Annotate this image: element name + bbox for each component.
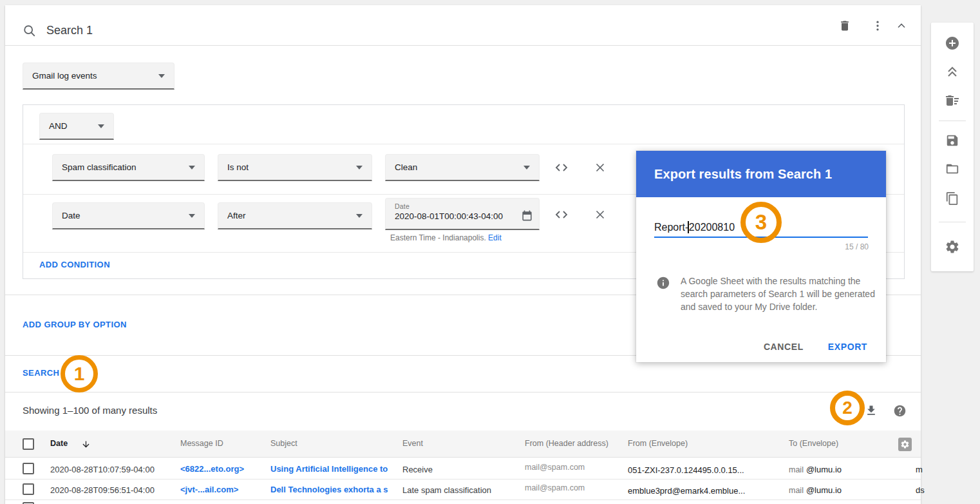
cell-from-envelope: emblue3prd@emark4.emblue... [628, 486, 745, 496]
filename-before-caret: Report- [654, 222, 688, 233]
results-summary: Showing 1–100 of many results [23, 405, 157, 416]
column-header-date[interactable]: Date [50, 439, 68, 448]
code-view-icon[interactable] [554, 160, 569, 175]
add-condition-button[interactable]: ADD CONDITION [39, 260, 110, 269]
column-settings-icon[interactable] [898, 438, 912, 451]
filename-after-caret: 20200810 [689, 222, 735, 233]
cell-subject-link[interactable]: Dell Technologies exhorta a s [270, 485, 388, 494]
column-header-message-id[interactable]: Message ID [180, 439, 223, 448]
annotation-step-2: 2 [830, 391, 865, 425]
cell-from-header: mail@spam.com [525, 463, 585, 472]
annotation-step-1: 1 [61, 355, 98, 393]
add-circle-icon[interactable] [945, 35, 960, 51]
condition1-field-select[interactable]: Spam classification [52, 154, 205, 181]
condition1-value-select[interactable]: Clean [385, 154, 540, 181]
add-group-by-button[interactable]: ADD GROUP BY OPTION [23, 320, 127, 329]
chevron-down-icon [189, 166, 195, 170]
annotation-step-3: 3 [740, 202, 782, 243]
info-icon [655, 275, 671, 291]
search-icon [22, 23, 37, 39]
settings-gear-icon[interactable] [945, 239, 960, 255]
help-icon[interactable] [892, 403, 907, 418]
export-button[interactable]: EXPORT [824, 339, 871, 354]
date-field-label: Date [395, 202, 531, 210]
remove-condition-icon[interactable] [592, 160, 608, 175]
timezone-note: Eastern Time - Indianapolis. Edit [390, 233, 502, 242]
data-source-select[interactable]: Gmail log events [23, 63, 174, 90]
code-view-icon[interactable] [554, 207, 569, 222]
column-header-event[interactable]: Event [402, 439, 423, 448]
condition2-field-select[interactable]: Date [52, 202, 205, 229]
data-source-value: Gmail log events [32, 71, 97, 81]
condition2-date-input[interactable]: Date 2020-08-01T00:00:43-04:00 [385, 198, 540, 230]
operator-select[interactable]: AND [39, 113, 114, 140]
cell-subject-link[interactable]: Using Artificial Intelligence to [270, 464, 388, 474]
cell-message-id-link[interactable]: <jvt-...ail.com> [180, 485, 238, 494]
row-checkbox[interactable] [23, 463, 34, 474]
condition1-field-value: Spam classification [62, 162, 137, 172]
cell-clipped: m [916, 465, 923, 474]
filename-input[interactable]: Report-20200810 [654, 221, 735, 233]
to-envelope-user: mail [789, 486, 804, 495]
column-header-subject[interactable]: Subject [270, 439, 297, 448]
export-dialog: Export results from Search 1 Report-2020… [636, 151, 886, 362]
condition1-operator-select[interactable]: Is not [218, 154, 372, 181]
download-icon[interactable] [863, 403, 879, 418]
condition2-field-value: Date [62, 211, 80, 220]
export-info-text: A Google Sheet with the results matching… [681, 275, 878, 313]
cancel-button[interactable]: CANCEL [760, 339, 807, 354]
cell-to-envelope: mail@lumu.io [789, 465, 842, 474]
condition1-value: Clean [395, 162, 417, 172]
export-dialog-header: Export results from Search 1 [636, 151, 886, 197]
calendar-icon[interactable] [519, 208, 534, 223]
condition2-operator-select[interactable]: After [218, 202, 372, 229]
chevron-down-icon [523, 166, 530, 170]
cell-date: 2020-08-28T09:56:51-04:00 [50, 485, 155, 495]
column-header-to-envelope[interactable]: To (Envelope) [789, 439, 838, 448]
chevron-down-icon [158, 74, 165, 78]
cell-from-header: mail@spam.com [525, 483, 585, 492]
investigation-page: Search 1 Gmail log events AND Spam class… [0, 0, 980, 504]
chevron-down-icon [356, 166, 363, 170]
column-header-from-envelope[interactable]: From (Envelope) [628, 439, 688, 448]
char-counter: 15 / 80 [845, 242, 869, 251]
chevron-down-icon [356, 214, 363, 218]
cell-message-id-link[interactable]: <6822...eto.org> [180, 464, 244, 474]
cell-to-envelope: mail@lumu.io [789, 485, 842, 495]
results-table-header: Date Message ID Subject Event From (Head… [5, 431, 921, 458]
collapse-panel-button[interactable] [894, 18, 909, 34]
to-envelope-domain: @lumu.io [806, 485, 842, 495]
row-checkbox[interactable] [23, 483, 34, 495]
chevron-down-icon [189, 214, 195, 218]
clear-searches-icon[interactable] [945, 93, 960, 108]
folder-icon[interactable] [945, 161, 960, 177]
more-options-button[interactable] [870, 18, 885, 34]
page-title: Search 1 [46, 24, 93, 37]
to-envelope-domain: @lumu.io [806, 465, 842, 474]
annotation-number: 3 [755, 210, 767, 235]
delete-search-button[interactable] [837, 18, 853, 34]
save-icon[interactable] [945, 133, 960, 148]
export-dialog-title: Export results from Search 1 [654, 167, 832, 182]
date-field-value: 2020-08-01T00:00:43-04:00 [395, 211, 531, 221]
condition1-operator-value: Is not [227, 162, 249, 172]
copy-icon[interactable] [945, 191, 960, 206]
operator-value: AND [49, 121, 68, 131]
remove-condition-icon[interactable] [592, 207, 608, 222]
chevron-down-icon [98, 124, 104, 128]
cell-from-envelope: 051-ZXI-237.0.124495.0.0.15... [628, 465, 744, 475]
condition2-operator-value: After [227, 211, 246, 220]
double-chevron-up-icon[interactable] [945, 64, 960, 80]
cell-event: Receive [402, 465, 433, 474]
annotation-number: 2 [842, 398, 853, 418]
cell-event: Late spam classification [402, 485, 491, 495]
search-button[interactable]: SEARCH [23, 368, 59, 378]
timezone-text: Eastern Time - Indianapolis. [390, 233, 486, 242]
timezone-edit-link[interactable]: Edit [488, 233, 502, 242]
sort-desc-icon[interactable] [80, 438, 91, 450]
side-toolbar [931, 23, 974, 271]
column-header-from-header[interactable]: From (Header address) [525, 439, 608, 448]
select-all-checkbox[interactable] [23, 438, 34, 450]
cell-date: 2020-08-28T10:07:59-04:00 [50, 465, 155, 474]
to-envelope-user: mail [789, 465, 804, 474]
